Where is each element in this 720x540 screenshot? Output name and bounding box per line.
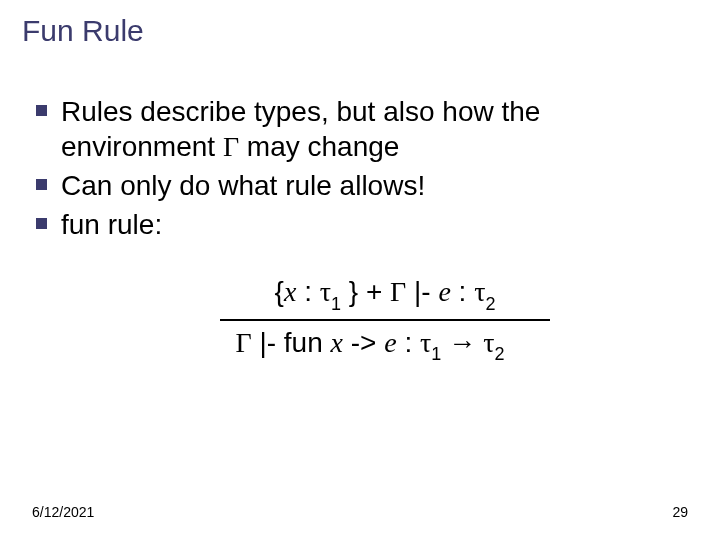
arrow-ascii: ->	[343, 327, 384, 358]
bullet-3-text: fun rule:	[61, 207, 162, 242]
var-x: x	[284, 276, 296, 307]
inference-rule: {x : τ1 } + Γ |- e : τ2 Γ |- fun x -> e …	[0, 276, 720, 363]
sub-2: 2	[495, 344, 505, 364]
var-e: e	[384, 327, 396, 358]
colon: :	[451, 276, 474, 307]
colon: :	[397, 327, 420, 358]
bullet-3: fun rule:	[36, 207, 690, 242]
rule-bar	[220, 319, 550, 321]
bullet-1-text: Rules describe types, but also how the e…	[61, 94, 690, 164]
sub-2: 2	[485, 294, 495, 314]
arrow-icon: →	[441, 327, 483, 358]
bullet-2: Can only do what rule allows!	[36, 168, 690, 203]
bullet-1-post: may change	[239, 131, 399, 162]
bullet-1: Rules describe types, but also how the e…	[36, 94, 690, 164]
turnstile: |-	[406, 276, 438, 307]
tau-symbol: τ	[320, 276, 331, 307]
rule-conclusion: Γ |- fun x -> e : τ1 → τ2	[20, 327, 720, 364]
colon: :	[296, 276, 319, 307]
tau-symbol: τ	[420, 327, 431, 358]
gamma-symbol: Γ	[390, 276, 406, 307]
square-bullet-icon	[36, 105, 47, 116]
tau-symbol: τ	[483, 327, 494, 358]
sub-1: 1	[331, 294, 341, 314]
slide-title: Fun Rule	[22, 14, 144, 48]
rule-premise: {x : τ1 } + Γ |- e : τ2	[50, 276, 720, 313]
lbrace: {	[275, 276, 284, 307]
bullet-2-text: Can only do what rule allows!	[61, 168, 425, 203]
tau-symbol: τ	[474, 276, 485, 307]
var-e: e	[438, 276, 450, 307]
turnstile-fun: |- fun	[252, 327, 331, 358]
gamma-symbol: Γ	[223, 131, 239, 162]
square-bullet-icon	[36, 218, 47, 229]
gamma-symbol: Γ	[235, 327, 251, 358]
square-bullet-icon	[36, 179, 47, 190]
sub-1: 1	[431, 344, 441, 364]
content-area: Rules describe types, but also how the e…	[36, 94, 690, 246]
footer-date: 6/12/2021	[32, 504, 94, 520]
footer-page-number: 29	[672, 504, 688, 520]
rbrace-plus: } +	[341, 276, 390, 307]
var-x: x	[331, 327, 343, 358]
